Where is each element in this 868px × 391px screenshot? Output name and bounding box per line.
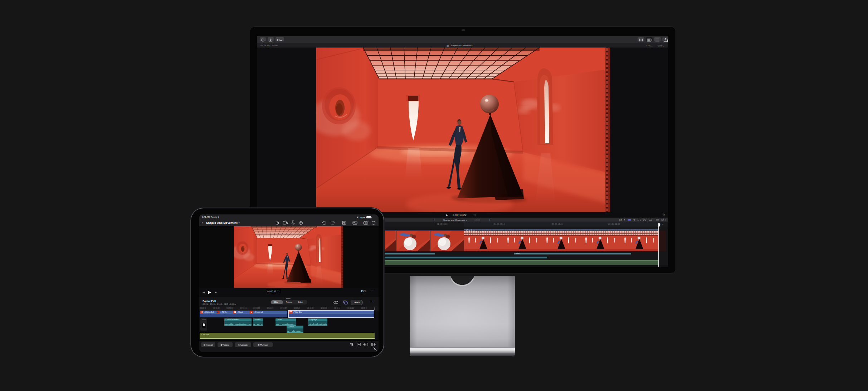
svg-text:100%: 100% — [360, 217, 365, 219]
svg-text:1/5: 1/5 — [619, 219, 622, 221]
